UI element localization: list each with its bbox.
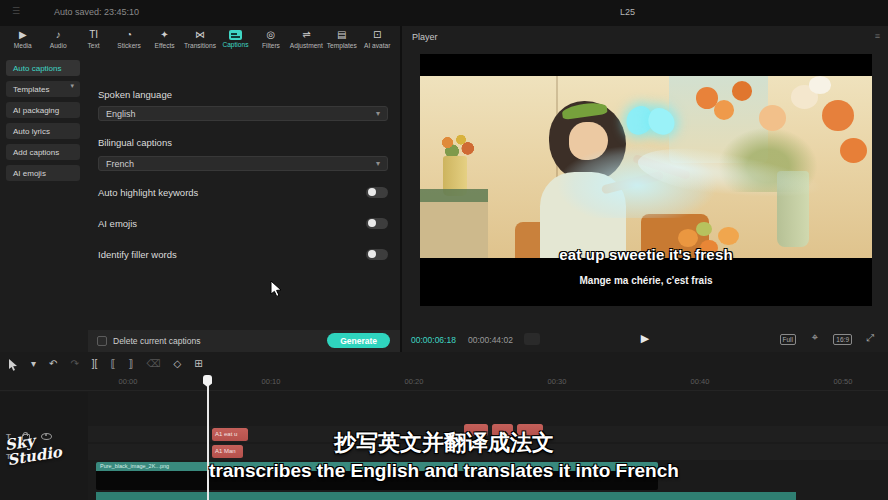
autosave-status: Auto saved: 23:45:10: [54, 7, 139, 17]
player-header: Player ≡: [402, 26, 888, 48]
overlay-subtitle-english: transcribes the English and translates i…: [0, 460, 888, 482]
setting-label: Identify filler words: [98, 249, 177, 260]
tab-ai-avatar[interactable]: ⊡AI avatar: [360, 28, 395, 56]
scene-decoration: [759, 105, 786, 130]
sidebar-item-label: Templates: [13, 85, 49, 94]
delete-captions-checkbox[interactable]: [97, 336, 107, 346]
toggle-identify-filler-words[interactable]: [366, 249, 388, 260]
tab-label: Captions: [222, 41, 248, 48]
total-duration: 00:00:44:02: [468, 335, 513, 345]
tab-label: Templates: [327, 42, 357, 49]
menu-icon[interactable]: ☰: [12, 6, 20, 16]
spoken-language-label: Spoken language: [98, 89, 172, 100]
bilingual-language-value: French: [106, 159, 134, 169]
text-icon: TI: [89, 28, 98, 41]
timeline-ruler[interactable]: 00:0000:1000:2000:3000:4000:50: [0, 374, 888, 391]
mouse-cursor: [270, 280, 283, 301]
captions-icon: [229, 30, 242, 40]
disabled-button: [524, 333, 540, 345]
auto-captions-content: Spoken language English ▾ Bilingual capt…: [88, 56, 400, 352]
toggle-ai-emojis[interactable]: [366, 218, 388, 229]
sidebar-item-templates[interactable]: Templates▾: [6, 81, 80, 97]
scene-decoration: [420, 189, 488, 202]
captions-footer: Delete current captions Generate: [88, 330, 400, 352]
sidebar-item-ai-emojis[interactable]: AI emojis: [6, 165, 80, 181]
transitions-icon: ⋈: [195, 28, 205, 41]
sidebar-item-label: AI packaging: [13, 106, 59, 115]
video-caption-english: eat up sweetie it's fresh: [420, 246, 872, 263]
generate-button[interactable]: Generate: [327, 333, 390, 348]
tab-effects[interactable]: ✦Effects: [147, 28, 182, 56]
scene-decoration: [809, 76, 832, 94]
media-tab-bar: ▶Media♪AudioTIText◔Stickers✦Effects⋈Tran…: [0, 26, 400, 56]
scene-decoration: [678, 229, 698, 247]
aspect-ratio-button[interactable]: 16:9: [833, 334, 852, 345]
toggle-knob: [368, 219, 376, 227]
title-bar: ☰ Auto saved: 23:45:10 L25: [0, 0, 888, 26]
mask-icon[interactable]: ◇: [173, 357, 181, 371]
tab-label: Effects: [155, 42, 175, 49]
player-menu-icon[interactable]: ≡: [875, 31, 880, 41]
tab-label: Media: [14, 42, 32, 49]
ai-avatar-icon: ⊡: [373, 28, 381, 41]
select-tool-icon[interactable]: [8, 358, 18, 371]
video-caption-french: Mange ma chérie, c'est frais: [420, 275, 872, 286]
tab-adjustment[interactable]: ⇌Adjustment: [289, 28, 324, 56]
sidebar-item-auto-lyrics[interactable]: Auto lyrics: [6, 123, 80, 139]
select-tool-caret-icon[interactable]: ▾: [31, 357, 36, 371]
spoken-language-select[interactable]: English ▾: [98, 106, 388, 121]
scene-decoration: [696, 222, 712, 237]
undo-icon[interactable]: ↶: [49, 357, 57, 371]
split-icon[interactable]: ][: [92, 357, 98, 371]
captions-sidebar: Auto captionsTemplates▾AI packagingAuto …: [0, 60, 88, 352]
ruler-label: 00:00: [119, 377, 138, 386]
ruler-label: 00:10: [262, 377, 281, 386]
full-preview-button[interactable]: Full: [780, 334, 796, 345]
stickers-icon: ◔: [126, 28, 132, 41]
sidebar-item-auto-captions[interactable]: Auto captions: [6, 60, 80, 76]
ruler-label: 00:50: [834, 377, 853, 386]
overlay-icon[interactable]: ⊞: [194, 357, 202, 371]
player-panel: Player ≡: [402, 26, 888, 352]
sidebar-item-add-captions[interactable]: Add captions: [6, 144, 80, 160]
overlay-subtitle-chinese: 抄写英文并翻译成法文: [0, 428, 888, 458]
media-icon: ▶: [19, 28, 27, 41]
tab-media[interactable]: ▶Media: [5, 28, 40, 56]
sidebar-item-ai-packaging[interactable]: AI packaging: [6, 102, 80, 118]
bilingual-language-select[interactable]: French ▾: [98, 156, 388, 171]
sidebar-item-label: Add captions: [13, 148, 59, 157]
tab-label: Stickers: [117, 42, 140, 49]
tab-captions[interactable]: Captions: [218, 28, 253, 56]
tab-audio[interactable]: ♪Audio: [40, 28, 75, 56]
generate-button-label: Generate: [340, 336, 377, 346]
play-button[interactable]: ▶: [641, 332, 649, 345]
setting-row-auto-highlight-keywords: Auto highlight keywords: [98, 185, 388, 199]
focus-icon[interactable]: ⌖: [812, 331, 818, 344]
trim-left-icon[interactable]: ⟦: [110, 357, 115, 371]
spoken-language-value: English: [106, 109, 136, 119]
effects-icon: ✦: [160, 28, 168, 41]
toggle-auto-highlight-keywords[interactable]: [366, 187, 388, 198]
tab-label: Adjustment: [290, 42, 323, 49]
tab-stickers[interactable]: ◔Stickers: [111, 28, 146, 56]
scene-decoration: [714, 100, 734, 120]
tab-filters[interactable]: ◎Filters: [253, 28, 288, 56]
redo-icon: ↷: [70, 357, 78, 371]
fullscreen-icon[interactable]: ⤢: [866, 332, 874, 344]
audio-icon: ♪: [56, 28, 61, 41]
adjustment-icon: ⇌: [302, 28, 310, 41]
filters-icon: ◎: [267, 28, 276, 41]
trim-right-icon[interactable]: ⟧: [128, 357, 133, 371]
timeline-toolbar: ▾↶↷][⟦⟧⌫◇⊞: [8, 356, 203, 372]
tab-transitions[interactable]: ⋈Transitions: [182, 28, 217, 56]
setting-row-identify-filler-words: Identify filler words: [98, 247, 388, 261]
ruler-label: 00:30: [548, 377, 567, 386]
tab-templates[interactable]: ▤Templates: [324, 28, 359, 56]
tab-text[interactable]: TIText: [76, 28, 111, 56]
track-clip-partial[interactable]: [96, 492, 796, 500]
ruler-label: 00:40: [691, 377, 710, 386]
tab-label: Transitions: [184, 42, 216, 49]
setting-row-ai-emojis: AI emojis: [98, 216, 388, 230]
video-frame[interactable]: eat up sweetie it's fresh Mange ma chéri…: [420, 54, 872, 306]
tab-label: AI avatar: [364, 42, 390, 49]
